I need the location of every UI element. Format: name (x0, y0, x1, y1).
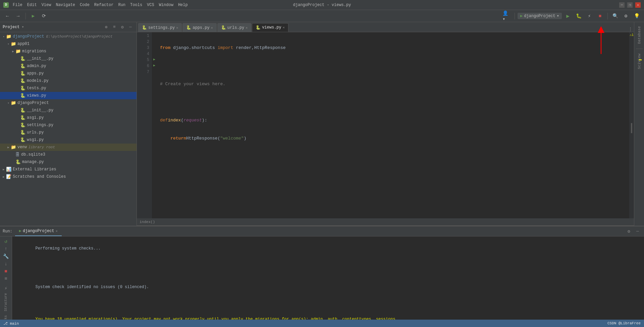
menu-edit[interactable]: Edit (27, 3, 37, 7)
menu-vcs[interactable]: VCS (147, 3, 154, 7)
tab-apps-close[interactable]: ✕ (211, 26, 213, 30)
tree-app01-init[interactable]: 🐍 __init__.py (0, 55, 137, 62)
menu-refactor[interactable]: Refactor (94, 3, 114, 7)
sidebar-options-btn[interactable]: ≡ (111, 24, 118, 31)
scroll-thumb[interactable] (631, 123, 632, 133)
tree-views[interactable]: 🐍 views.py (0, 92, 137, 99)
migrations-folder-icon: 📁 (15, 49, 21, 54)
scroll-track-bottom[interactable] (629, 134, 634, 219)
console-output[interactable]: Performing system checks... System check… (12, 236, 644, 320)
tab-views-close[interactable]: ✕ (283, 25, 285, 30)
tree-apps[interactable]: 🐍 apps.py (0, 70, 137, 77)
code-line-7 (160, 154, 627, 160)
run-sidebar-structure-label[interactable]: Structure (4, 293, 8, 311)
run-stop-btn[interactable]: ■ (2, 269, 10, 274)
run-panel-minimize-btn[interactable]: — (634, 228, 641, 235)
run-dump-btn[interactable]: ≡ (2, 276, 10, 281)
root-label: djangoProject (13, 34, 44, 39)
tree-tests[interactable]: 🐍 tests.py (0, 85, 137, 92)
run-panel-actions: ⚙ — (625, 228, 641, 235)
toolbar-back-btn[interactable]: ← (3, 11, 12, 21)
tree-settings[interactable]: 🐍 settings.py (0, 121, 137, 129)
menu-navigate[interactable]: Navigate (56, 3, 75, 7)
status-bar: ⎇ main CSDN @LibraFree (0, 320, 644, 327)
run-gutter-5[interactable]: ▶ (152, 56, 157, 62)
search-btn[interactable]: 🔍 (610, 11, 620, 21)
tree-manage[interactable]: 🐍 manage.py (0, 158, 137, 166)
minimize-button[interactable]: — (619, 2, 625, 8)
run-tab-djangoproject[interactable]: ▶ djangoProject ✕ (15, 227, 62, 236)
tree-admin[interactable]: 🐍 admin.py (0, 62, 137, 70)
toolbar-user-btn[interactable]: 👤 ▾ (502, 11, 512, 21)
tree-models[interactable]: 🐍 models.py (0, 77, 137, 85)
sidebar-settings-btn[interactable]: ⚙ (119, 24, 126, 31)
toolbar-sync-btn[interactable]: ⟳ (39, 11, 49, 21)
settings-icon: 🐍 (20, 122, 25, 128)
db-icon: 🗄 (15, 152, 20, 157)
apps-label: apps.py (27, 71, 44, 76)
tab-list-btn[interactable]: ⋮ (628, 26, 633, 32)
tree-db[interactable]: 🗄 db.sqlite3 (0, 151, 137, 158)
sidebar-close-btn[interactable]: — (127, 24, 134, 31)
settings-btn[interactable]: ⚙ (621, 11, 631, 21)
right-tab-database[interactable]: Database (636, 23, 643, 47)
warning-indicators: ⚠1 ℹ2 ⌃ ⌄ (629, 32, 634, 38)
run-gutter-6[interactable]: ▶ (152, 62, 157, 68)
tab-settings-close[interactable]: ✕ (176, 26, 178, 30)
menu-run[interactable]: Run (118, 3, 125, 7)
run-restart-btn[interactable]: ↺ (2, 238, 10, 244)
run-tab-close[interactable]: ✕ (56, 229, 58, 233)
toolbar-forward-btn[interactable]: → (13, 11, 23, 21)
pkg-init-icon: 🐍 (20, 108, 25, 113)
tree-migrations[interactable]: ▶ 📁 migrations (0, 48, 137, 55)
tree-django-pkg[interactable]: ▾ 📁 djangoProject (0, 99, 137, 107)
tree-root[interactable]: ▾ 📁 djangoProject E:\pythonProject\djang… (0, 33, 137, 40)
menu-view[interactable]: View (42, 3, 51, 7)
project-panel-dropdown[interactable]: ▾ (21, 24, 24, 30)
menu-window[interactable]: Window (159, 3, 173, 7)
menu-file[interactable]: File (13, 3, 22, 7)
run-wrench-btn[interactable]: 🔧 (2, 254, 10, 259)
run-config-selector[interactable]: ▶ djangoProject ▾ (518, 13, 562, 19)
tab-views[interactable]: 🐍 views.py ✕ (252, 23, 288, 32)
sidebar-collapse-btn[interactable]: ⊕ (103, 24, 110, 31)
editor-scrollbar[interactable]: ⚠1 ℹ2 ⌃ ⌄ (629, 32, 634, 218)
code-line-6: return HttpResponse("welcome") (160, 135, 627, 142)
tree-urls[interactable]: 🐍 urls.py (0, 129, 137, 136)
project-sidebar: Project ▾ ⊕ ≡ ⚙ — ▾ 📁 djangoProject E:\ (0, 22, 137, 226)
tree-scratches[interactable]: ▶ 📝 Scratches and Consoles (0, 173, 137, 180)
tree-app01[interactable]: ▾ 📁 app01 (0, 40, 137, 48)
tab-settings[interactable]: 🐍 settings.py ✕ (138, 23, 182, 32)
maximize-button[interactable]: ❐ (627, 2, 633, 8)
menu-tools[interactable]: Tools (130, 3, 142, 7)
run-scroll-up-btn[interactable]: ↑ (2, 246, 10, 252)
run-with-coverage-btn[interactable]: ⚡ (585, 11, 594, 21)
stop-btn[interactable]: ■ (595, 11, 605, 21)
git-branch[interactable]: ⎇ main (3, 321, 19, 326)
app01-arrow: ▾ (6, 42, 11, 46)
tab-urls-close[interactable]: ✕ (246, 26, 248, 30)
debug-btn[interactable]: 🐛 (574, 11, 583, 21)
tree-asgi[interactable]: 🐍 asgi.py (0, 114, 137, 121)
toolbar-build-btn[interactable]: ▶ (29, 11, 38, 21)
window-title: djangoProject - views.py (293, 3, 351, 7)
tab-urls[interactable]: 🐍 urls.py ✕ (217, 23, 251, 32)
run-panel-settings-btn[interactable]: ⚙ (625, 228, 633, 235)
close-button[interactable]: ✕ (635, 2, 641, 8)
right-tab-sciview[interactable]: SciView (636, 51, 643, 72)
scroll-track[interactable] (629, 38, 634, 122)
tab-apps[interactable]: 🐍 apps.py ✕ (182, 23, 216, 32)
run-scroll-down-btn[interactable]: ↓ (2, 261, 10, 267)
views-icon: 🐍 (20, 93, 25, 98)
help-btn[interactable]: 💡 (632, 11, 641, 21)
run-sidebar-structure-btn[interactable]: ⚡ (2, 285, 10, 291)
tree-ext-libs[interactable]: ▶ 📊 External Libraries (0, 166, 137, 173)
code-editor[interactable]: from django.shortcuts import render, Htt… (157, 32, 629, 218)
menu-help[interactable]: Help (178, 3, 188, 7)
run-btn[interactable]: ▶ (563, 11, 573, 21)
tree-wsgi[interactable]: 🐍 wsgi.py (0, 136, 137, 144)
menu-code[interactable]: Code (80, 3, 90, 7)
run-sidebar-bookmarks-label[interactable]: Bookmarks (4, 315, 8, 320)
tree-pkg-init[interactable]: 🐍 __init__.py (0, 107, 137, 114)
tree-venv[interactable]: ▶ 📁 venv library root (0, 144, 137, 151)
